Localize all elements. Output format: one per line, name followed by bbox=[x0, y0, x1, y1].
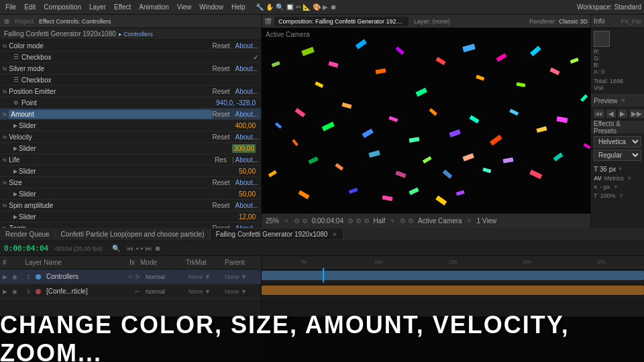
effect-row-position-sub[interactable]: ⊕ Point 940,0, -328,0 bbox=[0, 97, 261, 109]
zoom-label[interactable]: 25% bbox=[266, 217, 279, 225]
effect-name-amount: Amount bbox=[9, 110, 212, 119]
effect-sub-name: Slider bbox=[19, 168, 239, 175]
reset-btn[interactable]: Reset bbox=[212, 111, 229, 118]
effect-value[interactable]: 12,00 bbox=[239, 213, 256, 221]
menu-item[interactable]: Window bbox=[197, 2, 226, 12]
menu-item[interactable]: Layer bbox=[87, 2, 109, 12]
b-label: B: bbox=[594, 62, 641, 68]
layer-row-1[interactable]: ▶ ◉ 1 Controllers ✂ fx Normal None ▼ Non… bbox=[0, 269, 261, 284]
fx-icon: fx bbox=[3, 111, 7, 117]
reset-btn[interactable]: Reset bbox=[212, 179, 229, 186]
prev-play-btn[interactable]: ▶ bbox=[618, 109, 627, 118]
effect-value[interactable]: 940,0, -328,0 bbox=[216, 99, 256, 107]
about-link[interactable]: About... bbox=[235, 65, 258, 72]
triangle-icon: ▶ bbox=[13, 191, 17, 197]
menu-item[interactable]: View bbox=[174, 2, 195, 12]
effect-row-life[interactable]: fx Life Res | About... bbox=[0, 154, 261, 166]
falling-tab[interactable]: Falling Confetti Generator 1920x1080 ✕ bbox=[211, 229, 344, 239]
render-queue-tab[interactable]: Render Queue bbox=[0, 229, 56, 239]
effect-value[interactable]: 50,00 bbox=[239, 190, 256, 198]
prev-start-btn[interactable]: ⏮ bbox=[594, 109, 604, 118]
effect-sub-name: Slider bbox=[19, 122, 235, 129]
view-label[interactable]: Active Camera bbox=[418, 217, 462, 225]
reset-btn[interactable]: Reset bbox=[212, 133, 229, 141]
effect-row-life-sub[interactable]: ▶ Slider 50,00 bbox=[0, 166, 261, 177]
effect-row-spin[interactable]: fx Spin amplitude Reset About... bbox=[0, 200, 261, 211]
effect-row-position[interactable]: fx Position Emitter Reset About... bbox=[0, 86, 261, 97]
about-link[interactable]: About... bbox=[235, 88, 258, 95]
layer-name-5: [Confe...rticle] bbox=[46, 288, 132, 295]
effect-row-spin-sub[interactable]: ▶ Slider 12,00 bbox=[0, 211, 261, 223]
ruler-mark: 5s bbox=[267, 259, 341, 265]
about-link[interactable]: About... bbox=[235, 179, 258, 186]
effect-sub-name: Checkbox bbox=[21, 54, 253, 61]
track-bar-5 bbox=[262, 286, 644, 295]
layer-col-name: Layer Name bbox=[25, 259, 125, 266]
about-link[interactable]: About... bbox=[235, 225, 258, 229]
layer-mode-5[interactable]: Normal bbox=[146, 288, 186, 295]
effect-row-zoom[interactable]: fx Zoom Reset About... bbox=[0, 223, 261, 228]
search-icon[interactable]: 🔍 bbox=[112, 245, 120, 252]
effect-row-silver-mode[interactable]: fx Silver mode Reset About... bbox=[0, 63, 261, 74]
comp-tab[interactable]: Composition: Falling Confetti Generator … bbox=[274, 17, 409, 26]
layer-row-5[interactable]: ▶ ◉ 5 [Confe...rticle] ✂ Normal None ▼ N… bbox=[0, 284, 261, 299]
reset-btn[interactable]: Reset bbox=[212, 42, 229, 50]
playhead[interactable] bbox=[323, 268, 324, 282]
effect-row-velocity-sub[interactable]: ▶ Slider 300,00 bbox=[0, 143, 261, 154]
view-count-label[interactable]: 1 View bbox=[477, 217, 497, 225]
menu-item[interactable]: Effect bbox=[111, 2, 133, 12]
close-button[interactable] bbox=[4, 19, 9, 24]
svg-rect-0 bbox=[262, 28, 590, 213]
menu-item[interactable]: File bbox=[3, 2, 19, 12]
effect-value[interactable]: 400,00 bbox=[235, 122, 256, 129]
about-link[interactable]: About... bbox=[235, 42, 258, 50]
effect-row-color-mode[interactable]: fx Color mode Reset About... bbox=[0, 40, 261, 52]
track-row-1[interactable] bbox=[262, 268, 644, 283]
confetti-svg bbox=[262, 28, 590, 213]
effect-sub-name: Slider bbox=[19, 145, 232, 152]
reset-btn[interactable]: Reset bbox=[212, 202, 229, 209]
quality-label[interactable]: Half bbox=[374, 217, 386, 225]
falling-tab-label: Falling Confetti Generator 1920x1080 bbox=[216, 231, 328, 238]
effect-row-size-sub[interactable]: ▶ Slider 50,00 bbox=[0, 188, 261, 200]
reset-btn[interactable]: Reset bbox=[212, 88, 229, 95]
layer-mode-1[interactable]: Normal bbox=[146, 274, 186, 280]
about-link[interactable]: About... bbox=[235, 133, 258, 141]
font-size-label[interactable]: 36 px bbox=[600, 166, 616, 173]
font-select[interactable]: Helvetica bbox=[594, 136, 641, 147]
effect-row-velocity[interactable]: fx Velocity Reset About... bbox=[0, 131, 261, 143]
checkbox-value: ✓ bbox=[253, 54, 258, 61]
track-row-5[interactable] bbox=[262, 283, 644, 298]
effect-row-amount[interactable]: fx Amount Reset About... bbox=[0, 109, 261, 120]
about-link[interactable]: About... bbox=[235, 111, 258, 118]
menu-item[interactable]: Help bbox=[229, 2, 248, 12]
reset-btn[interactable]: Reset bbox=[212, 225, 229, 229]
menu-item[interactable]: Composition bbox=[41, 2, 84, 12]
effect-row-amount-sub[interactable]: ▶ Slider 400,00 bbox=[0, 120, 261, 131]
prev-back-btn[interactable]: ◀ bbox=[606, 109, 616, 118]
about-link[interactable]: About... bbox=[235, 156, 258, 164]
effect-value[interactable]: 50,00 bbox=[239, 168, 256, 175]
effect-row-size[interactable]: fx Size Reset About... bbox=[0, 177, 261, 188]
about-link[interactable]: About... bbox=[235, 202, 258, 209]
loop-tab[interactable]: Confetti Particle Loop(open and choose p… bbox=[56, 229, 211, 239]
effect-name: Color mode bbox=[9, 42, 212, 50]
fx-tab[interactable]: FX_Par bbox=[621, 18, 641, 25]
effect-row-color-mode-sub[interactable]: ☰ Checkbox ✓ bbox=[0, 52, 261, 63]
triangle-icon: ▶ bbox=[13, 214, 17, 220]
close-tab-icon[interactable]: ✕ bbox=[332, 231, 337, 238]
percent-label: 100% bbox=[600, 192, 616, 199]
layer-color-1 bbox=[36, 274, 41, 280]
font-style-select[interactable]: Regular bbox=[594, 149, 641, 161]
font-style-row: Regular bbox=[594, 149, 641, 163]
reset-btn[interactable]: Reset bbox=[212, 65, 229, 72]
triangle-icon: ▶ bbox=[13, 168, 17, 174]
triangle-icon: ▶ bbox=[13, 145, 17, 152]
effect-row-silver-mode-sub[interactable]: ☰ Checkbox bbox=[0, 74, 261, 86]
layer-col-parent: Parent bbox=[225, 259, 258, 266]
total-label: Total: 1696 bbox=[594, 78, 641, 84]
prev-fwd-btn[interactable]: ▶▶ bbox=[629, 109, 644, 118]
menu-item[interactable]: Animation bbox=[136, 2, 171, 12]
menu-item[interactable]: Edit bbox=[21, 2, 38, 12]
effect-value[interactable]: 300,00 bbox=[232, 144, 256, 153]
